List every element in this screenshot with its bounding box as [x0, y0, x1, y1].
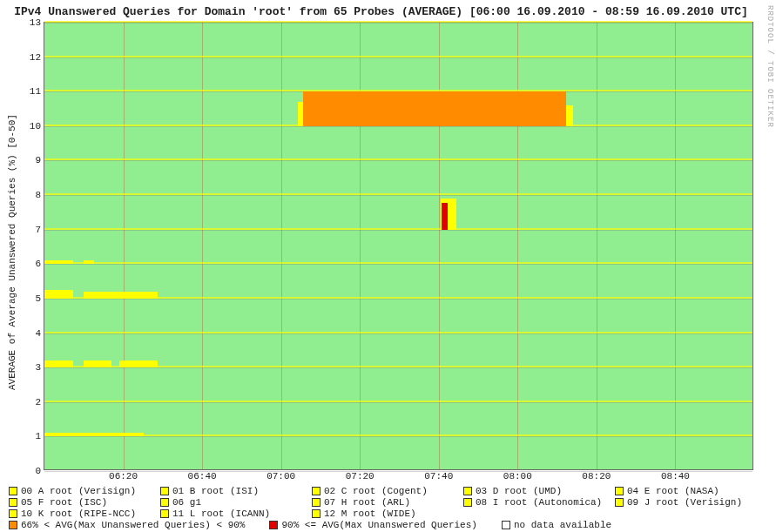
gridline: [44, 126, 752, 127]
legend-swatch: [9, 487, 17, 495]
y-tick-label: 8: [35, 190, 41, 200]
x-tick-label: 08:00: [503, 471, 532, 481]
legend-item: 00 A root (Verisign): [9, 486, 160, 496]
gridline: [44, 264, 752, 265]
legend-swatch: [312, 487, 321, 495]
legend-item: 01 B root (ISI): [160, 486, 312, 496]
gridline: [44, 299, 752, 300]
legend-label: 66% < AVG(Max Unanswered Queries) < 90%: [21, 520, 245, 530]
legend-swatch: [615, 498, 624, 507]
series-baseline: [44, 90, 752, 91]
gridline: [44, 436, 752, 437]
legend-item: 11 L root (ICANN): [160, 508, 312, 519]
y-axis-label: AVERAGE of Average Unanswered Queries (%…: [7, 35, 19, 470]
y-tick-label: 1: [35, 431, 41, 441]
gridline: [44, 23, 752, 24]
legend-label: 04 E root (NASA): [627, 486, 719, 496]
series-blip: [84, 292, 159, 299]
legend-label: 08 I root (Autonomica): [476, 497, 602, 508]
legend-swatch: [312, 509, 321, 518]
legend-label: 11 L root (ICANN): [172, 508, 270, 519]
series-blip: [44, 360, 73, 367]
series-baseline: [44, 193, 752, 195]
series-baseline: [44, 332, 752, 333]
legend-item: 10 K root (RIPE-NCC): [9, 508, 160, 519]
series-baseline: [44, 158, 752, 160]
legend-label: 05 F root (ISC): [21, 497, 107, 508]
y-tick-label: 6: [35, 259, 41, 269]
legend-item: 05 F root (ISC): [9, 497, 160, 508]
legend-label: 10 K root (RIPE-NCC): [21, 508, 136, 519]
chart-title: IPv4 Unanswered Queries for Domain 'root…: [0, 5, 762, 18]
legend-item: 06 g1: [160, 497, 312, 508]
series-baseline: [44, 228, 752, 230]
tool-credit: RRDTOOL / TOBI OETIKER: [762, 5, 774, 128]
y-tick-label: 7: [35, 225, 41, 235]
legend-swatch: [9, 521, 17, 529]
legend-swatch: [269, 521, 278, 529]
y-tick-label: 10: [30, 121, 41, 131]
legend-item: 08 I root (Autonomica): [463, 497, 615, 508]
legend-label: 01 B root (ISI): [172, 486, 259, 496]
legend-status-item: 90% <= AVG(Max Unanswered Queries): [269, 520, 476, 530]
gridline: [44, 402, 752, 403]
legend-swatch: [160, 509, 169, 518]
legend-item: 12 M root (WIDE): [312, 508, 463, 519]
gridline: [44, 367, 752, 368]
series-blip: [119, 360, 159, 367]
legend-swatch: [9, 509, 17, 518]
y-tick-label: 9: [35, 155, 41, 165]
y-tick-label: 13: [30, 17, 41, 28]
series-baseline: [44, 21, 752, 23]
legend-swatch: [312, 498, 321, 507]
series-blip: [44, 433, 144, 437]
x-tick-label: 07:00: [267, 471, 295, 481]
x-tick-label: 06:40: [188, 471, 217, 481]
plot-area: 01234567891011121306:2006:4007:0007:2007…: [44, 22, 753, 470]
legend-swatch: [463, 487, 472, 495]
legend-label: 02 C root (Cogent): [324, 486, 428, 496]
series-blip: [84, 260, 94, 265]
y-tick-label: 4: [35, 328, 41, 339]
legend-status-item: no data available: [502, 520, 611, 530]
legend-item: 09 J root (Verisign): [615, 497, 766, 508]
y-tick-label: 12: [30, 52, 41, 63]
legend-item: 07 H root (ARL): [312, 497, 463, 508]
chart-container: IPv4 Unanswered Queries for Domain 'root…: [0, 0, 776, 532]
series-baseline: [44, 434, 752, 436]
gridline: [44, 333, 752, 334]
x-tick-label: 06:20: [109, 471, 138, 481]
legend-swatch: [160, 487, 169, 495]
series-blip: [84, 360, 112, 367]
x-tick-label: 08:40: [661, 471, 690, 481]
legend-label: 07 H root (ARL): [324, 497, 410, 508]
gridline: [44, 57, 752, 58]
legend: 00 A root (Verisign)01 B root (ISI)02 C …: [9, 486, 766, 530]
series-blip: [44, 260, 73, 265]
y-tick-label: 11: [30, 86, 41, 97]
legend-swatch: [615, 487, 624, 495]
x-tick-label: 07:20: [346, 471, 375, 481]
gridline: [44, 230, 752, 231]
series-baseline: [44, 401, 752, 402]
legend-label: 03 D root (UMD): [476, 486, 562, 496]
x-tick-label: 07:40: [424, 471, 453, 481]
legend-swatch: [502, 521, 510, 529]
legend-item: 04 E root (NASA): [615, 486, 766, 496]
x-tick-label: 08:20: [582, 471, 611, 481]
legend-swatch: [463, 498, 472, 507]
legend-label: 00 A root (Verisign): [21, 486, 136, 496]
legend-label: no data available: [514, 520, 611, 530]
legend-swatch: [9, 498, 17, 507]
series-baseline: [44, 262, 752, 264]
series-baseline: [44, 56, 752, 57]
series-blip: [44, 290, 73, 299]
spike-red: [442, 203, 448, 229]
gridline: [44, 160, 752, 161]
legend-status-item: 66% < AVG(Max Unanswered Queries) < 90%: [9, 520, 245, 530]
legend-label: 90% <= AVG(Max Unanswered Queries): [281, 520, 476, 530]
legend-label: 06 g1: [172, 497, 201, 508]
gridline: [44, 195, 752, 196]
event-orange: [303, 91, 566, 126]
y-tick-label: 0: [35, 466, 41, 476]
